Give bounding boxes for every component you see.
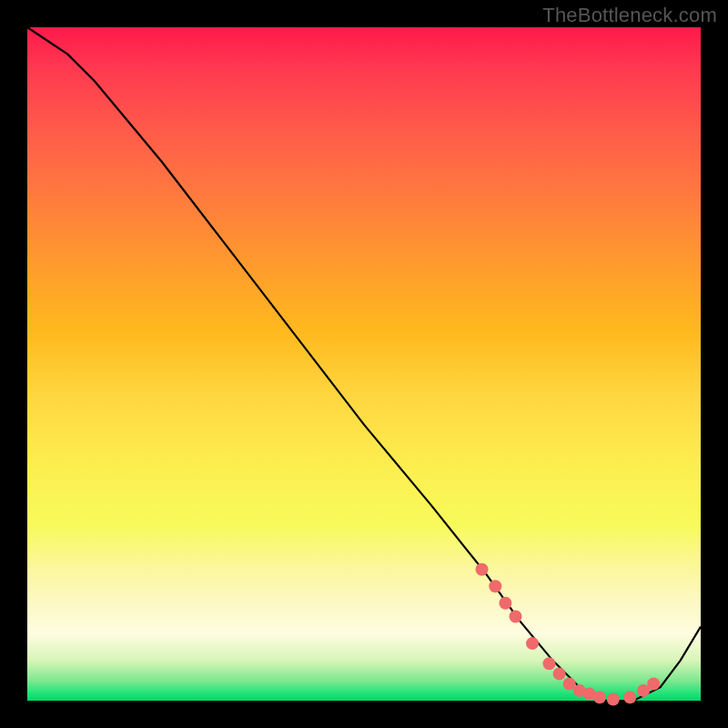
highlight-dot: [499, 597, 511, 610]
chart-svg: [27, 27, 701, 701]
highlight-dot: [623, 691, 636, 703]
highlight-dot: [553, 667, 566, 680]
highlight-dot: [607, 693, 620, 706]
highlight-dot: [476, 563, 489, 576]
highlight-dot: [543, 657, 556, 670]
highlight-dots-group: [476, 563, 661, 706]
highlight-dot: [647, 678, 660, 691]
watermark-text: TheBottleneck.com: [542, 4, 717, 27]
plot-area: [27, 27, 701, 701]
highlight-dot: [510, 611, 522, 623]
bottleneck-curve: [27, 27, 701, 701]
highlight-dot: [593, 691, 606, 703]
highlight-dot: [526, 637, 539, 650]
highlight-dot: [489, 580, 501, 592]
